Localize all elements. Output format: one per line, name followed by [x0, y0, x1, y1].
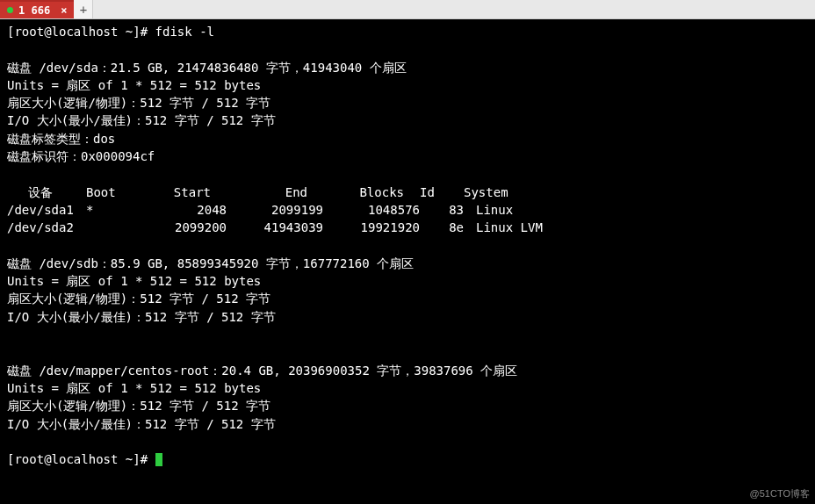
part-start: 2099200: [130, 219, 227, 236]
hdr-blocks: Blocks: [323, 184, 420, 201]
part-end: 41943039: [227, 219, 323, 236]
command-text: fdisk -l: [155, 25, 214, 39]
disk-sda-sector: 扇区大小(逻辑/物理)：512 字节 / 512 字节: [7, 96, 270, 110]
disk-sda-header: 磁盘 /dev/sda：21.5 GB, 21474836480 字节，4194…: [7, 61, 407, 75]
disk-sdb-sector: 扇区大小(逻辑/物理)：512 字节 / 512 字节: [7, 292, 270, 306]
tab-bar: 1 666 × +: [0, 0, 815, 19]
partition-table-header: 设备BootStartEndBlocksIdSystem: [7, 184, 508, 201]
part-end: 2099199: [227, 201, 323, 219]
partition-row: /dev/sda2209920041943039199219208eLinux …: [7, 219, 543, 236]
disk-sda-units: Units = 扇区 of 1 * 512 = 512 bytes: [7, 78, 261, 92]
disk-mapper-sector: 扇区大小(逻辑/物理)：512 字节 / 512 字节: [7, 399, 270, 413]
disk-sdb-units: Units = 扇区 of 1 * 512 = 512 bytes: [7, 274, 261, 288]
close-icon[interactable]: ×: [61, 4, 67, 17]
part-system: Linux: [464, 201, 513, 219]
hdr-device: 设备: [7, 184, 86, 201]
part-system: Linux LVM: [464, 219, 543, 236]
terminal[interactable]: [root@localhost ~]# fdisk -l 磁盘 /dev/sda…: [0, 19, 815, 504]
disk-sdb-io: I/O 大小(最小/最佳)：512 字节 / 512 字节: [7, 310, 276, 324]
prompt: [root@localhost ~]#: [7, 452, 155, 466]
disk-sda-identifier: 磁盘标识符：0x000094cf: [7, 149, 155, 163]
part-start: 2048: [130, 201, 227, 219]
prompt: [root@localhost ~]#: [7, 25, 155, 39]
part-id: 8e: [420, 219, 464, 236]
part-device: /dev/sda1: [7, 201, 86, 219]
tab-label: 1 666: [18, 4, 50, 17]
part-id: 83: [420, 201, 464, 219]
new-tab-button[interactable]: +: [74, 0, 93, 18]
hdr-system: System: [464, 184, 508, 201]
disk-sda-labeltype: 磁盘标签类型：dos: [7, 132, 115, 146]
disk-sdb-header: 磁盘 /dev/sdb：85.9 GB, 85899345920 字节，1677…: [7, 256, 414, 270]
hdr-start: Start: [130, 184, 227, 201]
disk-mapper-units: Units = 扇区 of 1 * 512 = 512 bytes: [7, 381, 261, 395]
part-device: /dev/sda2: [7, 219, 86, 236]
hdr-end: End: [227, 184, 323, 201]
disk-mapper-header: 磁盘 /dev/mapper/centos-root：20.4 GB, 2039…: [7, 364, 517, 378]
partition-row: /dev/sda1*20482099199104857683Linux: [7, 201, 513, 219]
part-blocks: 1048576: [323, 201, 420, 219]
plus-icon: +: [80, 3, 87, 17]
disk-mapper-io: I/O 大小(最小/最佳)：512 字节 / 512 字节: [7, 417, 276, 431]
part-boot: *: [86, 201, 130, 219]
part-blocks: 19921920: [323, 219, 420, 236]
hdr-boot: Boot: [86, 184, 130, 201]
cursor-icon: [155, 453, 162, 466]
hdr-id: Id: [420, 184, 464, 201]
status-dot-icon: [7, 7, 13, 13]
disk-sda-io: I/O 大小(最小/最佳)：512 字节 / 512 字节: [7, 113, 276, 127]
tab-active[interactable]: 1 666 ×: [0, 0, 74, 18]
